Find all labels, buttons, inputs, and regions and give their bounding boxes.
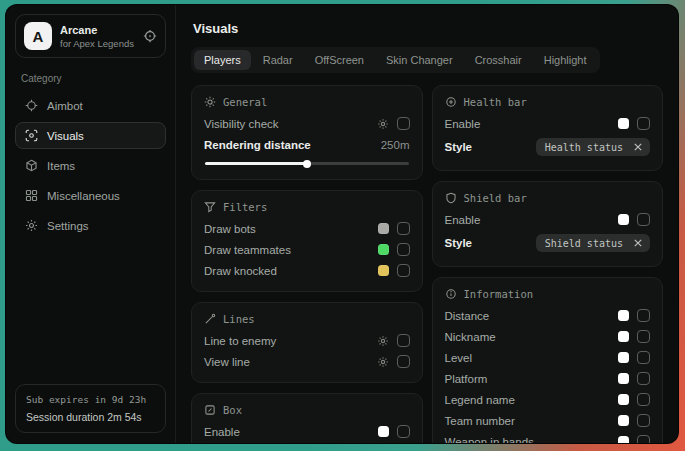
color-swatch[interactable] xyxy=(618,214,629,225)
color-swatch[interactable] xyxy=(618,415,629,426)
draw-teammates-checkbox[interactable] xyxy=(397,243,410,256)
setting-row: Level xyxy=(445,347,651,368)
card-title: Filters xyxy=(223,201,267,213)
card-title: Information xyxy=(464,288,534,300)
app-subtitle: for Apex Legends xyxy=(60,38,134,49)
setting-row: Draw teammates xyxy=(204,239,410,260)
color-swatch[interactable] xyxy=(618,352,629,363)
card-health-bar: Health bar Enable Style Health status xyxy=(432,85,664,171)
health-style-select[interactable]: Health status xyxy=(536,138,650,156)
sidebar-item-miscellaneous[interactable]: Miscellaneous xyxy=(15,182,166,209)
setting-row: Draw bots xyxy=(204,218,410,239)
line-to-enemy-checkbox[interactable] xyxy=(397,334,410,347)
weapon-in-hands-checkbox[interactable] xyxy=(637,435,650,444)
card-title: Lines xyxy=(223,313,255,325)
distance-checkbox[interactable] xyxy=(637,309,650,322)
setting-row: Distance xyxy=(445,305,651,326)
setting-row: Enable xyxy=(445,209,651,230)
draw-bots-checkbox[interactable] xyxy=(397,222,410,235)
gear-icon[interactable] xyxy=(377,356,389,368)
right-column: Health bar Enable Style Health status xyxy=(432,85,664,444)
color-swatch[interactable] xyxy=(618,331,629,342)
scan-eye-icon xyxy=(25,129,38,142)
card-shield-bar: Shield bar Enable Style Shield status xyxy=(432,181,664,267)
color-swatch[interactable] xyxy=(618,373,629,384)
box-icon xyxy=(204,404,216,416)
rendering-distance-slider[interactable] xyxy=(205,162,409,165)
health-enable-checkbox[interactable] xyxy=(637,117,650,130)
sidebar-item-items[interactable]: Items xyxy=(15,152,166,179)
setting-row: Style Shield status xyxy=(445,230,651,256)
gear-icon xyxy=(25,219,38,232)
line-icon xyxy=(204,313,216,325)
app-header: A Arcane for Apex Legends xyxy=(15,14,166,58)
view-line-checkbox[interactable] xyxy=(397,355,410,368)
level-checkbox[interactable] xyxy=(637,351,650,364)
nickname-checkbox[interactable] xyxy=(637,330,650,343)
session-duration-text: Session duration 2m 54s xyxy=(26,411,155,423)
team-number-checkbox[interactable] xyxy=(637,414,650,427)
main-panel: Visuals Players Radar OffScreen Skin Cha… xyxy=(176,5,678,443)
platform-checkbox[interactable] xyxy=(637,372,650,385)
tab-crosshair[interactable]: Crosshair xyxy=(465,50,532,70)
tab-highlight[interactable]: Highlight xyxy=(534,50,597,70)
page-title: Visuals xyxy=(193,21,663,36)
card-title: Box xyxy=(223,404,242,416)
shield-style-select[interactable]: Shield status xyxy=(536,234,650,252)
sidebar-item-label: Aimbot xyxy=(47,100,83,112)
card-title: Shield bar xyxy=(464,192,527,204)
color-swatch[interactable] xyxy=(378,244,389,255)
setting-row: Weapon in hands xyxy=(445,431,651,444)
sun-icon xyxy=(204,96,216,108)
cube-icon xyxy=(25,159,38,172)
color-swatch[interactable] xyxy=(618,118,629,129)
sidebar-item-label: Miscellaneous xyxy=(47,190,120,202)
visibility-check-checkbox[interactable] xyxy=(397,117,410,130)
target-icon[interactable] xyxy=(143,29,157,43)
close-icon[interactable] xyxy=(631,237,645,249)
app-name: Arcane xyxy=(60,24,134,36)
color-swatch[interactable] xyxy=(378,265,389,276)
legend-name-checkbox[interactable] xyxy=(637,393,650,406)
close-icon[interactable] xyxy=(631,141,645,153)
color-swatch[interactable] xyxy=(378,426,389,437)
card-information: Information Distance Nickname xyxy=(432,277,664,444)
sidebar-item-aimbot[interactable]: Aimbot xyxy=(15,92,166,119)
cards-grid: General Visibility check xyxy=(191,85,663,444)
gear-icon[interactable] xyxy=(377,335,389,347)
sidebar: A Arcane for Apex Legends Category Aimbo… xyxy=(6,5,176,443)
gear-icon[interactable] xyxy=(377,118,389,130)
color-swatch[interactable] xyxy=(618,436,629,444)
distance-value: 250m xyxy=(381,139,410,151)
card-general: General Visibility check xyxy=(191,85,423,180)
sidebar-item-settings[interactable]: Settings xyxy=(15,212,166,239)
setting-row: Visibility check xyxy=(204,113,410,134)
color-swatch[interactable] xyxy=(618,394,629,405)
tab-players[interactable]: Players xyxy=(194,50,251,70)
sub-expires-text: Sub expires in 9d 23h xyxy=(26,394,155,405)
tab-skin-changer[interactable]: Skin Changer xyxy=(376,50,463,70)
sidebar-item-visuals[interactable]: Visuals xyxy=(15,122,166,149)
box-enable-checkbox[interactable] xyxy=(397,425,410,438)
tab-radar[interactable]: Radar xyxy=(253,50,303,70)
setting-row: Rendering distance 250m xyxy=(204,134,410,155)
app-window: A Arcane for Apex Legends Category Aimbo… xyxy=(5,4,679,444)
slider-thumb[interactable] xyxy=(303,160,311,168)
draw-knocked-checkbox[interactable] xyxy=(397,264,410,277)
setting-row: Team number xyxy=(445,410,651,431)
sidebar-item-label: Settings xyxy=(47,220,89,232)
card-filters: Filters Draw bots Draw teammates xyxy=(191,190,423,292)
setting-row: Legend name xyxy=(445,389,651,410)
color-swatch[interactable] xyxy=(618,310,629,321)
color-swatch[interactable] xyxy=(378,223,389,234)
sidebar-item-label: Visuals xyxy=(47,130,84,142)
app-logo: A xyxy=(24,22,52,50)
setting-row: Line to enemy xyxy=(204,330,410,351)
setting-row: Style Health status xyxy=(445,134,651,160)
setting-row: Draw knocked xyxy=(204,260,410,281)
shield-enable-checkbox[interactable] xyxy=(637,213,650,226)
category-label: Category xyxy=(21,73,160,84)
tab-offscreen[interactable]: OffScreen xyxy=(305,50,374,70)
sidebar-item-label: Items xyxy=(47,160,75,172)
setting-row: View line xyxy=(204,351,410,372)
